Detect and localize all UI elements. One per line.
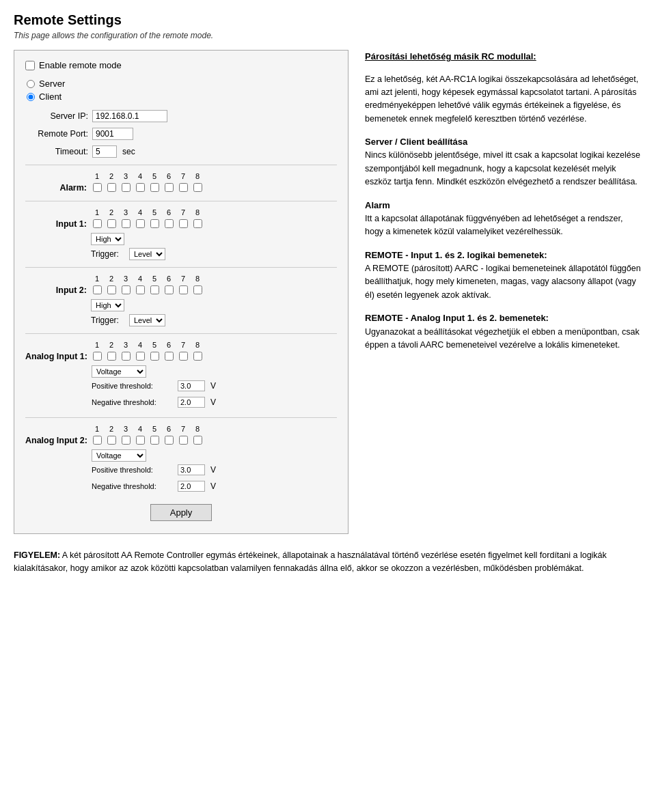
input1-checkboxes [91,219,204,230]
analog2-label: Analog Input 2: [25,436,87,445]
input2-cb-8[interactable] [193,285,202,294]
input1-cb-6[interactable] [165,219,174,228]
server-ip-input[interactable] [92,110,167,122]
analog2-neg-row: Negative threshold: V [92,481,216,492]
alarm-label: Alarm: [25,183,87,193]
input2-high-row: High Low [91,299,204,311]
input2-cb-7[interactable] [179,285,188,294]
analog2-cb-8[interactable] [193,436,202,445]
analog1-cb-2[interactable] [107,352,116,361]
input2-section: Input 2: High [25,285,337,326]
input1-cb-2[interactable] [107,219,116,228]
enable-remote-checkbox[interactable] [25,61,35,70]
input2-cb-1[interactable] [93,285,102,294]
input2-cb-2[interactable] [107,285,116,294]
apply-button[interactable]: Apply [150,504,213,521]
analog1-cb-1[interactable] [93,352,102,361]
analog1-type-select[interactable]: Voltage Current [92,365,146,378]
input1-cb-5[interactable] [150,219,159,228]
input1-label: Input 1: [25,219,87,229]
right-remote-analog-section: REMOTE - Analog Input 1. és 2. bemenetek… [365,311,642,352]
input1-high-select[interactable]: High Low [91,233,124,245]
remote-port-input[interactable] [92,128,133,140]
client-radio[interactable] [27,93,35,101]
analog1-cb-4[interactable] [136,352,145,361]
alarm-checkboxes [91,183,204,194]
client-label: Client [39,92,62,102]
analog1-cb-7[interactable] [179,352,188,361]
right-server-client-text: Server / Client beállítása Nincs különös… [365,135,642,189]
input2-cb-4[interactable] [136,285,145,294]
timeout-label: Timeout: [27,147,88,156]
remote-port-row: Remote Port: [27,128,337,140]
alarm-cb-2[interactable] [107,183,116,192]
analog2-cb-6[interactable] [165,436,174,445]
analog1-neg-row: Negative threshold: V [92,397,216,408]
alarm-cb-7[interactable] [179,183,188,192]
analog2-pos-label: Positive threshold: [92,466,174,474]
server-ip-row: Server IP: [27,110,337,122]
analog1-section: Analog Input 1: Voltage [25,352,337,410]
input2-cb-3[interactable] [122,285,131,294]
bottom-notice-label: FIGYELEM: [14,550,60,560]
analog1-neg-input[interactable] [178,397,205,408]
alarm-header: 1 2 3 4 5 6 7 8 [91,172,204,180]
analog2-cb-3[interactable] [122,436,131,445]
right-main-title: Párosítási lehetőség másik RC modullal: [365,50,642,64]
input2-checkboxes [91,285,204,296]
enable-remote-label: Enable remote mode [39,60,122,70]
alarm-cb-8[interactable] [193,183,202,192]
input1-header: 1 2 3 4 5 6 7 8 [91,208,204,216]
bottom-notice-body: A két párosított AA Remote Controller eg… [14,550,607,573]
input2-inner: High Low Trigger: Level Edge [91,285,204,326]
analog1-cb-5[interactable] [150,352,159,361]
analog2-cb-7[interactable] [179,436,188,445]
analog2-neg-label: Negative threshold: [92,482,174,490]
analog2-pos-input[interactable] [178,464,205,475]
right-remote-analog-header: REMOTE - Analog Input 1. és 2. bemenetek… [365,313,549,323]
analog1-label: Analog Input 1: [25,352,87,361]
timeout-input[interactable] [92,145,117,158]
analog1-pos-input[interactable] [178,380,205,391]
right-alarm-header: Alarm [365,200,390,210]
input1-cb-4[interactable] [136,219,145,228]
analog2-cb-1[interactable] [93,436,102,445]
input1-cb-1[interactable] [93,219,102,228]
right-alarm-section: Alarm Itt a kapcsolat állapotának függvé… [365,199,642,239]
analog2-pos-unit: V [210,465,216,475]
analog1-cb-8[interactable] [193,352,202,361]
input1-cb-8[interactable] [193,219,202,228]
alarm-section: Alarm: [25,183,337,194]
analog2-cb-2[interactable] [107,436,116,445]
alarm-cb-6[interactable] [165,183,174,192]
analog2-cb-5[interactable] [150,436,159,445]
analog1-header: 1 2 3 4 5 6 7 8 [91,341,204,349]
input1-trigger-select[interactable]: Level Edge [129,248,165,260]
input2-cb-6[interactable] [165,285,174,294]
right-intro-text: Ez a lehetőség, két AA-RC1A logikai össz… [365,73,642,126]
right-alarm-text: Alarm Itt a kapcsolat állapotának függvé… [365,199,642,239]
page-title: Remote Settings [14,12,642,28]
alarm-cb-1[interactable] [93,183,102,192]
alarm-cb-3[interactable] [122,183,131,192]
right-server-client-header: Server / Client beállítása [365,137,467,147]
input1-cb-3[interactable] [122,219,131,228]
alarm-cb-4[interactable] [136,183,145,192]
analog2-type-select[interactable]: Voltage Current [92,449,146,462]
input2-cb-5[interactable] [150,285,159,294]
bottom-notice-text: FIGYELEM: A két párosított AA Remote Con… [14,549,642,576]
input1-cb-7[interactable] [179,219,188,228]
analog2-cb-4[interactable] [136,436,145,445]
right-panel: Párosítási lehetőség másik RC modullal: … [365,50,642,361]
page-subtitle: This page allows the configuration of th… [14,31,642,40]
input2-trigger-select[interactable]: Level Edge [129,314,165,326]
analog1-cb-6[interactable] [165,352,174,361]
server-radio[interactable] [27,80,35,88]
client-radio-row: Client [27,92,337,102]
input1-inner: High Low Trigger: Level Edge [91,219,204,260]
analog1-neg-label: Negative threshold: [92,398,174,406]
alarm-cb-5[interactable] [150,183,159,192]
analog1-cb-3[interactable] [122,352,131,361]
input2-high-select[interactable]: High Low [91,299,124,311]
analog2-neg-input[interactable] [178,481,205,492]
